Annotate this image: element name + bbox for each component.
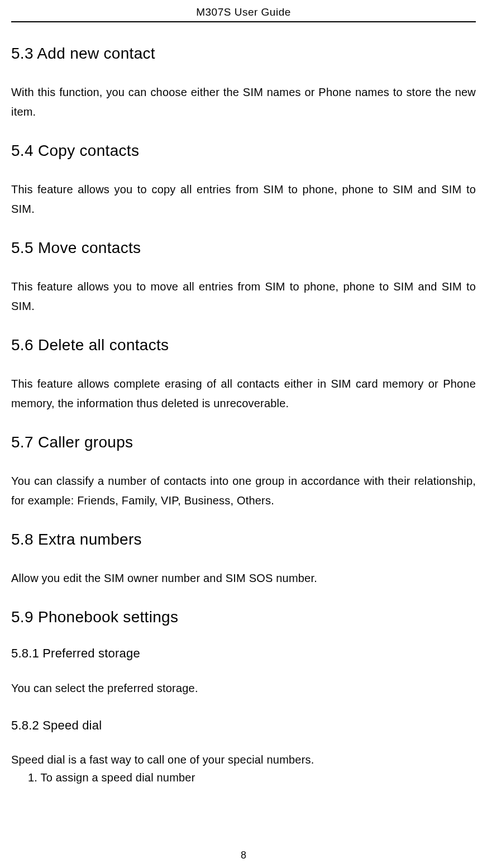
section-body: This feature allows complete erasing of …	[11, 374, 476, 413]
section-5-9: 5.9 Phonebook settings	[11, 608, 476, 626]
section-5-3: 5.3 Add new contact With this function, …	[11, 45, 476, 122]
header-title: M307S User Guide	[11, 0, 476, 21]
subsection-heading: 5.8.1 Preferred storage	[11, 646, 476, 661]
section-heading: 5.9 Phonebook settings	[11, 608, 476, 626]
section-5-6: 5.6 Delete all contacts This feature all…	[11, 336, 476, 413]
section-5-5: 5.5 Move contacts This feature allows yo…	[11, 239, 476, 316]
section-5-8: 5.8 Extra numbers Allow you edit the SIM…	[11, 531, 476, 588]
list-item: 1. To assign a speed dial number	[11, 769, 476, 786]
page-number: 8	[0, 850, 487, 861]
subsection-body: Speed dial is a fast way to call one of …	[11, 751, 476, 769]
section-body: This feature allows you to copy all entr…	[11, 180, 476, 219]
section-body: This feature allows you to move all entr…	[11, 277, 476, 316]
subsection-5-8-1: 5.8.1 Preferred storage You can select t…	[11, 646, 476, 698]
subsection-heading: 5.8.2 Speed dial	[11, 718, 476, 733]
subsection-body: You can select the preferred storage.	[11, 679, 476, 698]
section-heading: 5.6 Delete all contacts	[11, 336, 476, 354]
section-5-7: 5.7 Caller groups You can classify a num…	[11, 433, 476, 511]
section-5-4: 5.4 Copy contacts This feature allows yo…	[11, 142, 476, 219]
document-page: M307S User Guide 5.3 Add new contact Wit…	[0, 0, 487, 786]
section-body: You can classify a number of contacts in…	[11, 471, 476, 511]
subsection-5-8-2: 5.8.2 Speed dial Speed dial is a fast wa…	[11, 718, 476, 786]
section-heading: 5.4 Copy contacts	[11, 142, 476, 160]
section-heading: 5.8 Extra numbers	[11, 531, 476, 549]
section-heading: 5.3 Add new contact	[11, 45, 476, 63]
header-divider	[11, 21, 476, 22]
section-body: With this function, you can choose eithe…	[11, 83, 476, 122]
section-heading: 5.5 Move contacts	[11, 239, 476, 257]
section-heading: 5.7 Caller groups	[11, 433, 476, 451]
section-body: Allow you edit the SIM owner number and …	[11, 569, 476, 588]
